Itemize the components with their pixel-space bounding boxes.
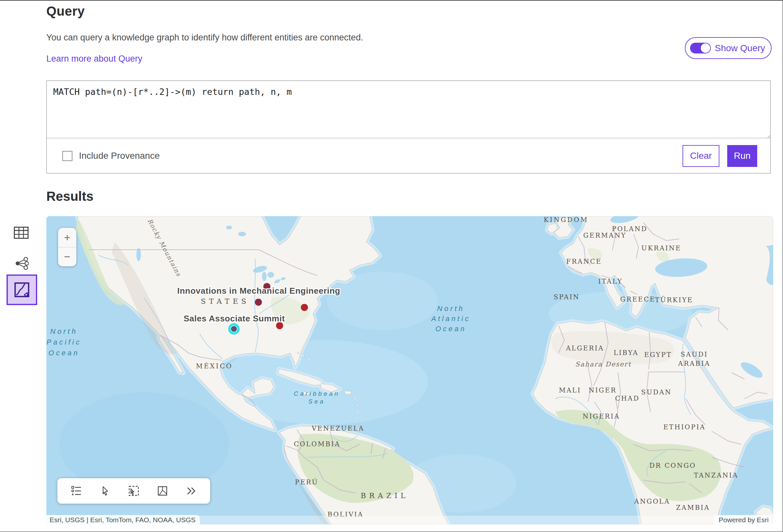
legend-button[interactable]	[69, 484, 84, 498]
basemap-country-label: MALI	[559, 386, 581, 394]
basemap-country-label: ITALY	[598, 277, 623, 285]
zoom-in-button[interactable]: +	[58, 228, 76, 247]
legend-icon	[70, 485, 82, 497]
basemap-country-label: PERÚ	[295, 478, 318, 486]
query-footer: Include Provenance Clear Run	[46, 138, 770, 173]
link-chart-icon	[15, 257, 29, 270]
powered-by-esri: Powered by Esri	[714, 515, 772, 525]
basemap-country-label: TÜRKIYE	[655, 296, 693, 304]
show-query-label: Show Query	[715, 43, 765, 54]
basemap-ocean-label: Sea	[308, 398, 325, 405]
basemap-country-label: SUDAN	[641, 388, 672, 396]
table-view-button[interactable]	[14, 227, 29, 240]
basemap-country-label: TANZANIA	[694, 471, 738, 479]
select-cursor-button[interactable]	[98, 484, 112, 498]
basemap-ocean-label: Pacific	[46, 338, 82, 346]
double-chevron-right-icon	[185, 485, 197, 497]
basemap-country-label: VENEZUELA	[311, 425, 364, 432]
select-by-rectangle-button[interactable]	[127, 484, 141, 498]
zoom-control: + −	[58, 228, 76, 266]
rectangle-select-icon	[128, 485, 140, 497]
query-panel: MATCH path=(n)-[r*..2]->(m) return path,…	[46, 80, 771, 173]
clear-button[interactable]: Clear	[683, 145, 719, 167]
basemap-country-label: COLOMBIA	[294, 440, 341, 448]
sahara-desert-label: Sahara Desert	[575, 360, 631, 368]
learn-more-link[interactable]: Learn more about Query	[46, 54, 142, 64]
result-marker[interactable]	[301, 304, 308, 311]
selected-result-marker-center[interactable]	[231, 326, 237, 332]
basemap-country-label: MÉXICO	[196, 362, 233, 370]
results-title: Results	[46, 189, 94, 204]
include-provenance-row[interactable]: Include Provenance	[62, 151, 160, 161]
basemap-country-label: SPAIN	[554, 293, 580, 301]
attribution-sources: Esri, USGS | Esri, TomTom, FAO, NOAA, US…	[46, 515, 200, 525]
basemap-country-label: KINGDOM	[543, 216, 588, 224]
basemap-country-label: EGYPT	[644, 351, 672, 359]
table-icon	[14, 227, 29, 239]
result-marker-label: Innovations in Mechanical Engineering	[177, 286, 340, 296]
basemap-country-label: NIGERIA	[583, 412, 620, 420]
basemap-country-label: DR CONGO	[649, 462, 696, 469]
basemap-country-label: ZAMBIA	[676, 504, 710, 511]
include-provenance-checkbox[interactable]	[62, 151, 72, 161]
query-input[interactable]: MATCH path=(n)-[r*..2]->(m) return path,…	[46, 81, 770, 138]
basemap-ocean-label: Ocean	[436, 325, 467, 333]
basemap-country-label: LIBYA	[614, 349, 639, 357]
basemap-country-label: GERMANY	[583, 231, 626, 239]
basemap-ocean-label: Atlantic	[431, 314, 470, 323]
cursor-icon	[99, 486, 111, 496]
result-marker-label: Sales Associate Summit	[184, 313, 285, 323]
basemap-country-label: NIGER	[589, 386, 617, 394]
basemap-ocean-label: Caribbean	[294, 390, 340, 397]
include-provenance-label: Include Provenance	[79, 151, 160, 161]
basemap-country-label: ANGOLA	[634, 497, 670, 505]
basemap-country-label: GREECE	[620, 295, 655, 303]
page-title: Query	[46, 4, 85, 19]
basemap-ocean-label: Ocean	[49, 349, 80, 357]
map-view-button-selected[interactable]	[6, 274, 37, 305]
basemap-country-label: CHAD	[615, 394, 639, 402]
select-region-button[interactable]	[155, 484, 170, 498]
zoom-out-button[interactable]: −	[58, 247, 76, 267]
page-description: You can query a knowledge graph to ident…	[46, 33, 363, 43]
run-button[interactable]: Run	[727, 145, 757, 167]
basemap-country-label: ARABIA	[678, 360, 711, 367]
result-marker[interactable]	[255, 299, 262, 306]
basemap-country-label: UKRAINE	[641, 244, 681, 252]
expand-toolbar-button[interactable]	[184, 484, 198, 498]
show-query-toggle[interactable]: Show Query	[685, 37, 772, 59]
basemap-ocean-label: North	[50, 327, 77, 335]
toggle-switch-icon[interactable]	[690, 43, 711, 54]
basemap-country-label: SAUDI	[681, 351, 708, 358]
basemap-country-label: BRAZIL	[361, 492, 408, 500]
map-icon	[14, 282, 29, 297]
basemap-country-label: ALGERIA	[566, 344, 604, 352]
basemap-country-label: STATES	[201, 297, 249, 305]
basemap-country-label: FRANCE	[566, 258, 602, 265]
basemap-ocean-label: North	[437, 304, 465, 312]
link-chart-view-button[interactable]	[15, 257, 29, 271]
map-toolbar	[57, 478, 210, 504]
basemap-country-label: ETHIOPIA	[663, 423, 706, 431]
region-select-icon	[157, 485, 168, 497]
